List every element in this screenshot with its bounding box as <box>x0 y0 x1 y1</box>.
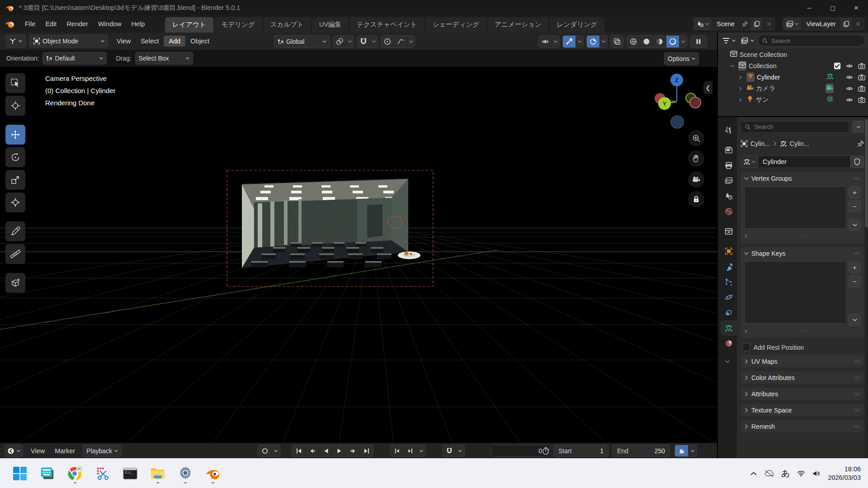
proportional-toggle[interactable] <box>381 36 394 47</box>
empty-list[interactable] <box>744 186 846 229</box>
eye-toggle-icon[interactable] <box>846 74 853 81</box>
viewport-menu-object[interactable]: Object <box>185 36 214 47</box>
shading-solid-button[interactable] <box>640 36 653 47</box>
viewlayer-new-button[interactable] <box>840 18 853 30</box>
mesh-browse-button[interactable] <box>741 155 758 168</box>
workspace-tab[interactable]: モデリング <box>214 17 262 33</box>
frame-back-button[interactable] <box>390 445 404 456</box>
taskbar-snip-button[interactable] <box>93 463 113 484</box>
section-header[interactable]: Remesh <box>741 420 864 432</box>
eye-toggle-icon[interactable] <box>846 85 853 92</box>
step-dropdown[interactable] <box>417 445 425 456</box>
properties-tab-render[interactable] <box>721 142 737 158</box>
next-keyframe-button[interactable] <box>346 445 360 456</box>
orientation-dropdown[interactable]: Global <box>274 35 330 48</box>
editor-type-button[interactable] <box>5 35 26 47</box>
expand-triangle-icon[interactable] <box>744 327 748 335</box>
taskbar-blender-button[interactable] <box>203 463 223 484</box>
outliner-row-サン[interactable]: サン <box>718 94 868 105</box>
outliner-row-Scene Collection[interactable]: Scene Collection <box>718 49 868 60</box>
viewport-menu-add[interactable]: Add <box>164 36 185 47</box>
outliner-search-input[interactable] <box>770 37 861 45</box>
options-dropdown[interactable]: Options <box>664 52 699 65</box>
sidebar-collapse-arrow[interactable]: ❮ <box>703 81 712 94</box>
add-item-button[interactable]: + <box>849 261 861 273</box>
sync-toggle[interactable] <box>675 445 689 456</box>
playhead-snap-toggle[interactable] <box>443 445 456 456</box>
play-button[interactable] <box>333 445 346 456</box>
expander-icon[interactable] <box>737 98 744 102</box>
timeline-menu-marker[interactable]: Marker <box>50 446 80 456</box>
menu-render[interactable]: Render <box>61 19 93 29</box>
remove-item-button[interactable]: − <box>849 200 861 212</box>
snap-toggle[interactable] <box>357 36 370 47</box>
mode-dropdown[interactable]: Object Mode <box>29 35 108 47</box>
outliner-row-カメラ[interactable]: カメラ <box>718 83 868 94</box>
sync-dropdown[interactable] <box>689 445 697 456</box>
visibility-toggle[interactable] <box>539 36 552 47</box>
properties-tab-output[interactable] <box>721 158 737 173</box>
shading-rendered-button[interactable] <box>666 36 679 47</box>
start-frame-field[interactable]: Start 1 <box>553 445 609 457</box>
pivot-dropdown[interactable] <box>333 35 354 48</box>
taskbar-settings-button[interactable] <box>175 463 195 484</box>
scene-unlink-button[interactable]: ✕ <box>763 18 774 30</box>
play-reverse-button[interactable] <box>319 445 333 456</box>
tool-tweak-button[interactable] <box>5 73 25 93</box>
scene-name[interactable]: Scene <box>712 20 739 28</box>
overlays-toggle[interactable] <box>587 36 600 47</box>
minimize-button[interactable]: ─ <box>797 0 821 15</box>
render-pause-button[interactable] <box>690 36 707 47</box>
frame-forward-button[interactable] <box>404 445 417 456</box>
outliner-row-Cylinder[interactable]: Cylinder <box>718 71 868 83</box>
workspace-tab[interactable]: テクスチャペイント <box>349 17 425 33</box>
taskbar-explorer-button[interactable] <box>148 463 168 484</box>
falloff-chevron[interactable] <box>407 36 415 47</box>
falloff-dropdown[interactable] <box>394 36 407 47</box>
tool-move-button[interactable] <box>5 125 25 145</box>
checkbox-unchecked[interactable] <box>742 343 750 351</box>
taskbar-terminal-button[interactable]: C:\_ <box>120 463 140 484</box>
wifi-icon[interactable] <box>797 469 805 478</box>
properties-tab-material[interactable] <box>721 336 737 351</box>
breadcrumb-object[interactable]: Cylin... <box>750 140 770 147</box>
tool-cursor-button[interactable] <box>5 96 25 116</box>
expander-icon[interactable] <box>737 87 744 90</box>
axis-neg-x-ball[interactable] <box>690 97 701 108</box>
taskbar-start-button[interactable] <box>10 463 30 484</box>
lock-view-button[interactable] <box>688 191 704 207</box>
properties-search[interactable] <box>741 121 849 133</box>
gizmos-chevron[interactable] <box>576 36 583 47</box>
volume-icon[interactable] <box>812 469 821 478</box>
snap-dropdown[interactable] <box>456 445 464 456</box>
visibility-chevron[interactable] <box>552 36 559 47</box>
playback-menu[interactable]: Playback <box>83 445 122 457</box>
timeline-editor-type-button[interactable] <box>5 445 23 457</box>
viewlayer-browse-button[interactable] <box>783 18 802 30</box>
workspace-tab[interactable]: スカルプト <box>263 17 311 33</box>
scene-pin-button[interactable] <box>739 18 751 30</box>
xray-toggle[interactable] <box>611 36 623 47</box>
taskbar-keyboard-button[interactable] <box>38 463 57 484</box>
properties-tab-modifiers[interactable] <box>721 259 737 274</box>
menu-help[interactable]: Help <box>127 19 150 29</box>
breadcrumb-data[interactable]: Cylin... <box>790 140 809 147</box>
scene-new-button[interactable] <box>751 18 763 30</box>
prev-keyframe-button[interactable] <box>306 445 319 456</box>
mesh-name-field[interactable]: Cylinder <box>758 155 850 168</box>
tray-expand-icon[interactable] <box>750 470 757 477</box>
workspace-tab[interactable]: アニメーション <box>487 17 549 33</box>
outliner-display-mode-button[interactable] <box>739 35 756 47</box>
tool-measure-button[interactable] <box>5 244 25 264</box>
expander-icon[interactable] <box>729 64 736 68</box>
eye-toggle-icon[interactable] <box>846 62 853 70</box>
properties-tab-scene[interactable] <box>721 188 737 204</box>
tool-transform-button[interactable] <box>5 192 25 212</box>
viewport-menu-view[interactable]: View <box>112 36 136 47</box>
pin-icon[interactable] <box>857 140 864 147</box>
shading-material-button[interactable] <box>653 36 666 47</box>
shading-wireframe-button[interactable] <box>627 36 640 47</box>
section-header[interactable]: Color Attributes <box>741 371 864 384</box>
tool-rotate-button[interactable] <box>5 147 25 167</box>
properties-tab-collection[interactable] <box>721 224 737 239</box>
